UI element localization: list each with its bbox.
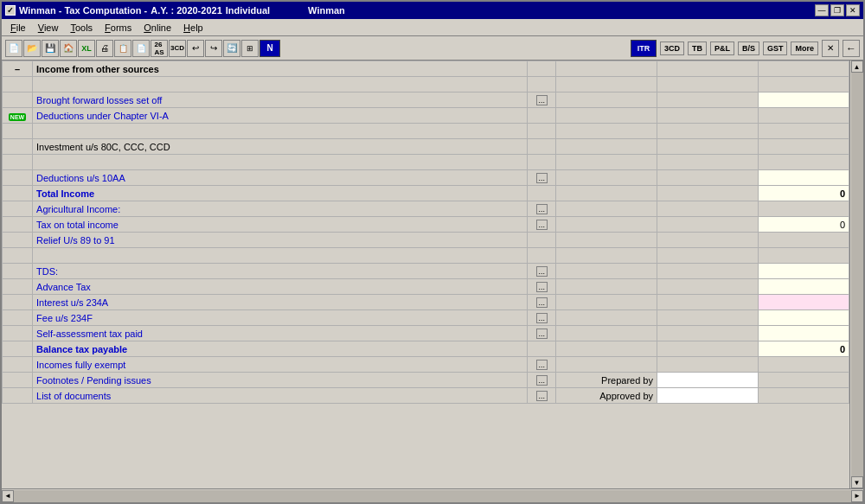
menu-bar: File View Tools Forms Online Help [2,19,863,36]
title-bar-controls: — ❐ ✕ [815,4,860,16]
refresh-icon[interactable]: 🔄 [223,40,240,57]
bottom-scrollbar: ◄ ► [2,488,863,502]
save-icon[interactable]: 💾 [42,40,59,57]
toolbar-icons: 📄 📂 💾 🏠 XL 🖨 📋 📄 26AS 3CD ↩ ↪ 🔄 ⊞ N [5,40,280,57]
dots-interest-234a[interactable]: ... [528,295,556,310]
dots-brought-forward[interactable]: ... [528,93,556,108]
table-row: Tax on total income ... 0 [3,217,849,233]
icon-3cd[interactable]: 3CD [169,40,186,57]
table-row: TDS: ... [3,264,849,279]
pl-button[interactable]: P&L [710,41,734,55]
tb-button[interactable]: TB [688,41,707,55]
dots-agricultural[interactable]: ... [528,201,556,217]
minimize-button[interactable]: — [815,4,829,16]
row-label-brought-forward: Brought forward losses set off [33,93,528,108]
approved-by-label: Approved by [556,388,657,404]
dots-10aa[interactable]: ... [528,170,556,186]
row-label-fee-234f: Fee u/s 234F [33,310,528,326]
grid-icon[interactable]: ⊞ [241,40,259,57]
menu-help[interactable]: Help [178,21,208,35]
table-row: Total Income 0 [3,186,849,201]
dots-list-docs[interactable]: ... [528,388,556,404]
row-label-deductions-chapter: Deductions under Chapter VI-A [33,108,528,124]
row-label-total-income: Total Income [33,186,528,201]
dots-incomes-exempt[interactable]: ... [528,357,556,373]
copy-icon[interactable]: 📋 [114,40,131,57]
dots-self-assess[interactable]: ... [528,326,556,341]
open-icon[interactable]: 📂 [23,40,41,57]
row-label-tds: TDS: [33,264,528,279]
menu-tools[interactable]: Tools [65,21,98,35]
row-label-advance-tax: Advance Tax [33,279,528,295]
menu-online[interactable]: Online [138,21,176,35]
menu-file[interactable]: File [5,21,31,35]
value-total-income: 0 [758,186,849,201]
dots-fee-234f[interactable]: ... [528,310,556,326]
more-button[interactable]: More [791,41,818,55]
bs-button[interactable]: B/S [738,41,759,55]
table-row: NEW Deductions under Chapter VI-A [3,108,849,124]
table-row: Brought forward losses set off ... [3,93,849,108]
dots-advance-tax[interactable]: ... [528,279,556,295]
menu-forms[interactable]: Forms [99,21,137,35]
home-icon[interactable]: 🏠 [60,40,77,57]
menu-view[interactable]: View [33,21,64,35]
undo-icon[interactable]: ↩ [187,40,204,57]
title-bar-left: ✓ Winman - Tax Computation - A.Y. : 2020… [5,5,345,16]
prepared-by-label: Prepared by [556,373,657,388]
toolbar: 📄 📂 💾 🏠 XL 🖨 📋 📄 26AS 3CD ↩ ↪ 🔄 ⊞ N ITR … [2,36,863,61]
3cd-button[interactable]: 3CD [660,41,684,55]
right-scrollbar: ▲ ▼ [849,61,863,488]
table-row: – Income from other sources [3,61,849,77]
row-label-footnotes: Footnotes / Pending issues [33,373,528,388]
back-arrow-icon[interactable]: ← [843,40,860,57]
dots-tax-total[interactable]: ... [528,217,556,233]
data-table: – Income from other sources [2,61,849,404]
main-window: ✓ Winman - Tax Computation - A.Y. : 2020… [0,0,865,504]
window-app: Winman [308,5,345,16]
table-row: Deductions u/s 10AA ... [3,170,849,186]
redo-icon[interactable]: ↪ [205,40,222,57]
window-title: Winman - Tax Computation - [19,5,147,16]
row-label-relief-89: Relief U/s 89 to 91 [33,233,528,248]
collapse-button[interactable]: – [3,61,33,77]
table-row: Relief U/s 89 to 91 [3,233,849,248]
table-row: Self-assessment tax paid ... [3,326,849,341]
value-balance-tax: 0 [758,341,849,357]
nav-icon[interactable]: N [260,40,280,57]
window-type: Individual [226,5,270,16]
dots-footnotes[interactable]: ... [528,373,556,388]
restore-button[interactable]: ❐ [830,4,844,16]
close-nav-icon[interactable]: ✕ [822,40,839,57]
scroll-right-button[interactable]: ► [851,490,863,502]
row-label-investment-80c: Investment u/s 80C, CCC, CCD [33,139,528,155]
row-label-interest-234a: Interest u/s 234A [33,295,528,310]
table-row: Footnotes / Pending issues ... Prepared … [3,373,849,388]
scroll-left-button[interactable]: ◄ [2,490,14,502]
approved-by-input[interactable] [657,388,759,404]
close-button[interactable]: ✕ [846,4,860,16]
row-label-income-other: Income from other sources [33,61,528,77]
app-icon: ✓ [5,5,16,16]
row-label-deductions-10aa: Deductions u/s 10AA [33,170,528,186]
print-icon[interactable]: 🖨 [96,40,113,57]
table-row: Agricultural Income: ... [3,201,849,217]
paste-icon[interactable]: 📄 [132,40,150,57]
horizontal-scroll-track[interactable] [14,490,851,502]
new-icon[interactable]: 📄 [5,40,22,57]
row-label-balance-tax: Balance tax payable [33,341,528,357]
prepared-by-input[interactable] [657,373,759,388]
dots-tds[interactable]: ... [528,264,556,279]
scroll-up-button[interactable]: ▲ [851,61,863,73]
table-row: Interest u/s 234A ... [3,295,849,310]
scroll-track[interactable] [851,73,863,476]
excel-icon[interactable]: XL [78,40,95,57]
scroll-down-button[interactable]: ▼ [851,476,863,488]
table-row: Fee u/s 234F ... [3,310,849,326]
icon-26as[interactable]: 26AS [151,40,168,57]
table-row [3,77,849,93]
itr-button[interactable]: ITR [631,40,657,57]
window-year: A.Y. : 2020-2021 [151,5,222,16]
gst-button[interactable]: GST [763,41,788,55]
content-area: – Income from other sources [2,61,849,488]
